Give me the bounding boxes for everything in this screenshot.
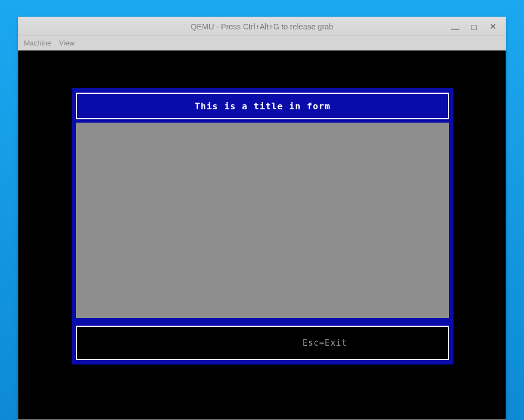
- window-title: QEMU - Press Ctrl+Alt+G to release grab: [191, 22, 334, 31]
- window-controls: — □ ✕: [450, 17, 502, 36]
- menubar: Machine View: [18, 36, 506, 50]
- menu-machine[interactable]: Machine: [24, 39, 51, 47]
- form-body: [76, 123, 449, 318]
- maximize-button[interactable]: □: [469, 22, 479, 32]
- close-button[interactable]: ✕: [488, 22, 498, 32]
- menu-view[interactable]: View: [59, 39, 74, 47]
- qemu-window: QEMU - Press Ctrl+Alt+G to release grab …: [18, 17, 506, 420]
- bios-form: This is a title in form Esc=Exit: [72, 88, 454, 365]
- minimize-button[interactable]: —: [450, 24, 460, 33]
- form-footer-hint: Esc=Exit: [303, 338, 347, 348]
- vm-display[interactable]: This is a title in form Esc=Exit: [18, 50, 506, 419]
- form-footer-box: Esc=Exit: [76, 326, 449, 360]
- form-title-box: This is a title in form: [76, 93, 449, 119]
- form-title: This is a title in form: [195, 101, 331, 112]
- titlebar[interactable]: QEMU - Press Ctrl+Alt+G to release grab …: [18, 17, 506, 36]
